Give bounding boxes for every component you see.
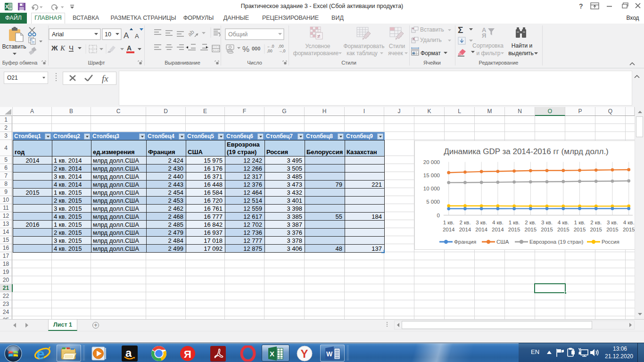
svg-text:→,0: →,0: [278, 49, 286, 53]
svg-text:2015: 2015: [508, 227, 520, 232]
svg-text:5 000: 5 000: [426, 199, 440, 205]
svg-text:?: ?: [579, 2, 583, 10]
svg-text:А: А: [127, 44, 132, 52]
svg-text:2014: 2014: [443, 227, 455, 232]
svg-text:выделить: выделить: [508, 50, 534, 57]
svg-text:,00: ,00: [278, 44, 284, 49]
svg-text:3 кв.: 3 кв.: [476, 220, 487, 225]
svg-text:2015: 2015: [623, 227, 635, 232]
svg-text:А: А: [124, 31, 129, 40]
svg-text:1 кв.: 1 кв.: [574, 220, 586, 225]
svg-text:%: %: [242, 45, 249, 54]
svg-text:e: e: [37, 346, 45, 362]
svg-text:Условное: Условное: [305, 43, 330, 49]
svg-text:←.0: ←.0: [267, 44, 274, 49]
svg-text:0: 0: [437, 213, 440, 218]
svg-text:20 000: 20 000: [423, 159, 440, 165]
svg-text:4 кв.: 4 кв.: [492, 220, 504, 225]
svg-text:Я: Я: [482, 32, 486, 39]
svg-text:15 000: 15 000: [423, 173, 440, 178]
svg-text:К: К: [60, 44, 66, 52]
svg-text:А: А: [135, 33, 139, 40]
svg-text:Arial: Arial: [52, 31, 64, 38]
svg-text:W: W: [326, 350, 333, 358]
svg-text:Ж: Ж: [51, 44, 58, 52]
svg-text:Динамика GDP за 2014-2016 гг (: Динамика GDP за 2014-2016 гг (млрд долл.…: [444, 147, 609, 156]
svg-text:2 кв.: 2 кв.: [459, 220, 471, 225]
svg-text:10 000: 10 000: [423, 186, 440, 191]
svg-text:1 кв.: 1 кв.: [509, 220, 520, 225]
svg-text:fx: fx: [102, 74, 108, 83]
svg-text:Россия: Россия: [602, 239, 619, 245]
svg-text:,00: ,00: [267, 49, 272, 53]
svg-text:2015: 2015: [557, 227, 570, 232]
svg-text:Вставить: Вставить: [420, 26, 444, 33]
svg-text:Удалить: Удалить: [420, 37, 442, 43]
svg-text:2015: 2015: [590, 227, 602, 232]
svg-text:и фильтр: и фильтр: [476, 50, 500, 57]
svg-text:Вставить: Вставить: [2, 43, 26, 50]
svg-text:2015: 2015: [525, 227, 537, 232]
svg-text:2015: 2015: [574, 227, 586, 232]
svg-text:Стили: Стили: [389, 43, 405, 49]
svg-text:Сортировка: Сортировка: [472, 42, 504, 49]
svg-text:4 кв.: 4 кв.: [558, 220, 569, 225]
svg-text:2015: 2015: [541, 227, 553, 232]
svg-text:3 кв.: 3 кв.: [541, 220, 553, 225]
svg-text:Еврозрона (19 стран): Еврозрона (19 стран): [529, 239, 583, 245]
svg-text:ячеек: ячеек: [388, 50, 403, 57]
svg-text:≠: ≠: [317, 33, 321, 40]
svg-text:1 кв.: 1 кв.: [443, 220, 454, 225]
svg-text:2014: 2014: [459, 227, 471, 232]
svg-text:2 кв.: 2 кв.: [590, 220, 602, 225]
svg-text:Общий: Общий: [228, 31, 248, 38]
svg-text:Y: Y: [301, 347, 308, 360]
svg-text:2014: 2014: [492, 227, 504, 232]
svg-text:США: США: [496, 239, 509, 245]
svg-text:000: 000: [252, 46, 260, 51]
svg-text:2015: 2015: [606, 227, 619, 232]
svg-text:X: X: [5, 4, 9, 9]
svg-text:3 кв.: 3 кв.: [607, 220, 618, 225]
svg-text:2 кв.: 2 кв.: [525, 220, 536, 225]
svg-text:Я: Я: [184, 348, 191, 360]
svg-text:a: a: [125, 346, 132, 359]
svg-text:Ч: Ч: [69, 44, 74, 52]
svg-text:форматирование: форматирование: [293, 50, 339, 57]
svg-text:X: X: [270, 350, 274, 358]
svg-text:Σ: Σ: [458, 25, 463, 35]
svg-text:как таблицу: как таблицу: [347, 50, 378, 57]
svg-text:10: 10: [105, 31, 111, 38]
svg-text:Франция: Франция: [454, 239, 476, 245]
svg-text:2014: 2014: [475, 227, 487, 232]
svg-text:Форматировать: Форматировать: [343, 43, 384, 49]
svg-text:ab: ab: [186, 28, 195, 38]
svg-text:Формат: Формат: [421, 50, 441, 57]
svg-text:4 кв.: 4 кв.: [623, 220, 635, 225]
svg-text:Найти и: Найти и: [512, 42, 532, 49]
